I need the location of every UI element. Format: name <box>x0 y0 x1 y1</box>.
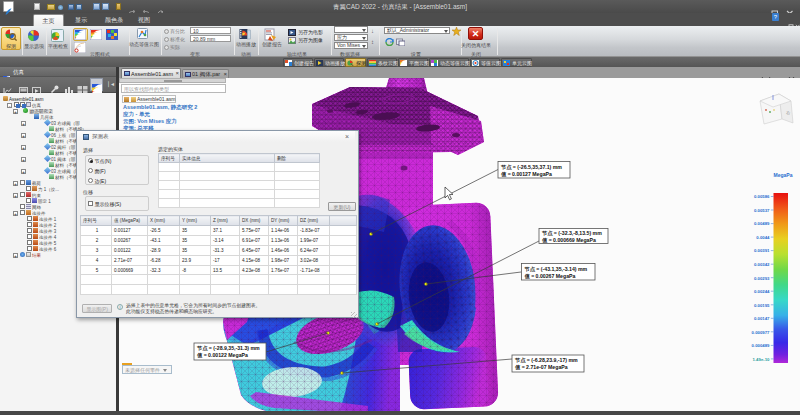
svg-text:值 = 0.00267 MegaPa: 值 = 0.00267 MegaPa <box>524 273 576 279</box>
svg-text:值 = 0.000669 MegaPa: 值 = 0.000669 MegaPa <box>541 237 596 243</box>
svg-text:0.000977: 0.000977 <box>752 330 771 335</box>
svg-text:右: 右 <box>786 110 791 116</box>
svg-text:0.00537: 0.00537 <box>754 208 770 213</box>
svg-text:0.00195: 0.00195 <box>754 303 770 308</box>
svg-text:节点 = (-28.9,35,-31.3) mm: 节点 = (-28.9,35,-31.3) mm <box>196 345 260 352</box>
svg-text:值 = 0.00127 MegaPa: 值 = 0.00127 MegaPa <box>500 171 552 177</box>
svg-text:0.00489: 0.00489 <box>754 221 770 226</box>
svg-text:节点 = (-43.1,35,-3.14) mm: 节点 = (-43.1,35,-3.14) mm <box>524 266 588 273</box>
svg-text:0.00147: 0.00147 <box>754 316 770 321</box>
svg-text:0.00391: 0.00391 <box>754 248 770 253</box>
svg-text:节点 = (-6.28,23.9,-17) mm: 节点 = (-6.28,23.9,-17) mm <box>514 357 578 364</box>
svg-text:节点 = (-26.5,35,37.1) mm: 节点 = (-26.5,35,37.1) mm <box>500 164 562 171</box>
svg-text:0.0044: 0.0044 <box>756 235 770 240</box>
svg-text:值 = 0.00122 MegaPa: 值 = 0.00122 MegaPa <box>196 352 248 358</box>
svg-text:0.000489: 0.000489 <box>752 343 771 348</box>
svg-text:0.00342: 0.00342 <box>754 262 770 267</box>
svg-text:0.00244: 0.00244 <box>754 289 770 294</box>
svg-text:1.49e-10: 1.49e-10 <box>753 357 771 362</box>
svg-text:值 = 2.71e-07 MegaPa: 值 = 2.71e-07 MegaPa <box>514 364 568 370</box>
svg-text:0.00293: 0.00293 <box>754 276 770 281</box>
svg-text:0.00586: 0.00586 <box>754 194 770 199</box>
svg-text:MegaPa: MegaPa <box>774 172 793 178</box>
